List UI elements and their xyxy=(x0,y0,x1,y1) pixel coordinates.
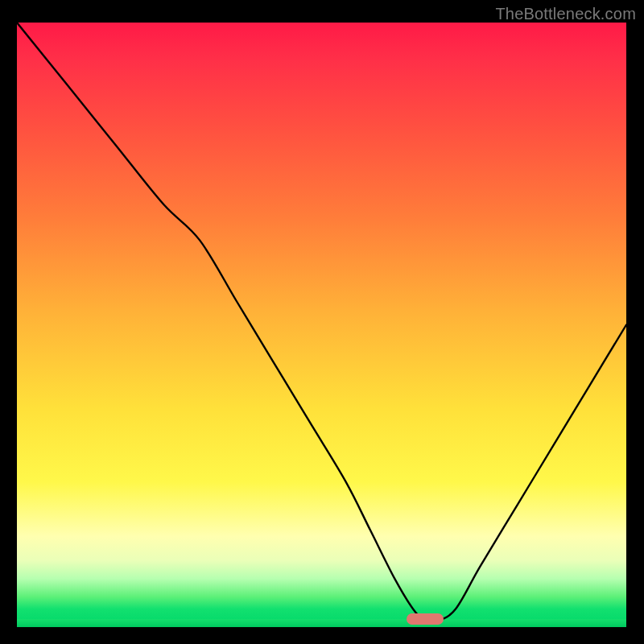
bottleneck-curve xyxy=(17,23,626,627)
optimum-marker xyxy=(407,613,444,625)
chart-frame: TheBottleneck.com xyxy=(0,0,644,644)
plot-area xyxy=(17,23,626,627)
watermark-text: TheBottleneck.com xyxy=(495,5,636,23)
